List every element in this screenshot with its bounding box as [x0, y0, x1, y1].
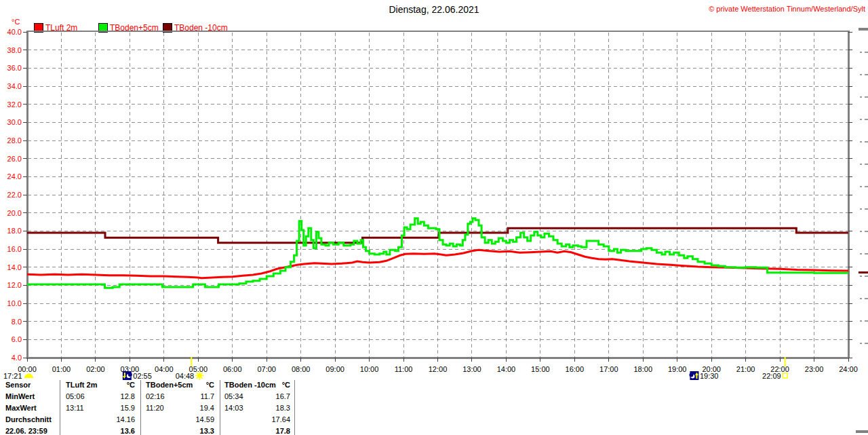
table-cell-value: 12.8 — [98, 392, 135, 400]
table-cell-value: 11.7 — [177, 392, 214, 400]
table-cell-value: 13.3 — [177, 427, 214, 435]
table-row-label: MaxWert — [5, 404, 37, 412]
table-header-sensor: Sensor — [5, 381, 31, 389]
table-cell-value: 14.16 — [98, 415, 135, 423]
sensor-stats-table: SensorTLuft 2m°CTBoden+5cm°CTBoden -10cm… — [0, 0, 868, 435]
table-column-separator — [140, 380, 141, 435]
table-cell-value: 19.4 — [177, 404, 214, 412]
table-column-separator — [294, 380, 295, 435]
table-cell-value: 17.8 — [253, 427, 290, 435]
table-row-label: Durchschnitt — [5, 415, 52, 423]
table-cell-value: 14.59 — [177, 415, 214, 423]
table-cell-time: 11:20 — [146, 404, 164, 412]
table-header-1: TLuft 2m — [66, 381, 97, 389]
table-column-separator — [60, 380, 60, 435]
table-cell-time: 14:03 — [224, 404, 243, 412]
table-cell-value: 13.6 — [98, 427, 135, 435]
table-header-unit-3: °C — [253, 381, 290, 389]
table-cell-time: 05:34 — [224, 392, 243, 400]
table-row-label: MinWert — [5, 392, 35, 400]
table-row-label: 22.06. 23:59 — [5, 427, 47, 435]
table-cell-value: 17.64 — [253, 415, 290, 423]
table-cell-value: 18.3 — [253, 404, 290, 412]
table-cell-time: 13:11 — [66, 404, 84, 412]
table-header-unit-2: °C — [177, 381, 214, 389]
table-cell-value: 16.7 — [253, 392, 290, 400]
weather-station-day-chart: Dienstag, 22.06.2021 © private Wettersta… — [0, 0, 868, 435]
table-cell-time: 05:06 — [66, 392, 85, 400]
table-cell-time: 02:16 — [146, 392, 165, 400]
table-header-unit-1: °C — [98, 381, 135, 389]
table-cell-value: 15.9 — [98, 404, 135, 412]
table-column-separator — [220, 380, 220, 435]
